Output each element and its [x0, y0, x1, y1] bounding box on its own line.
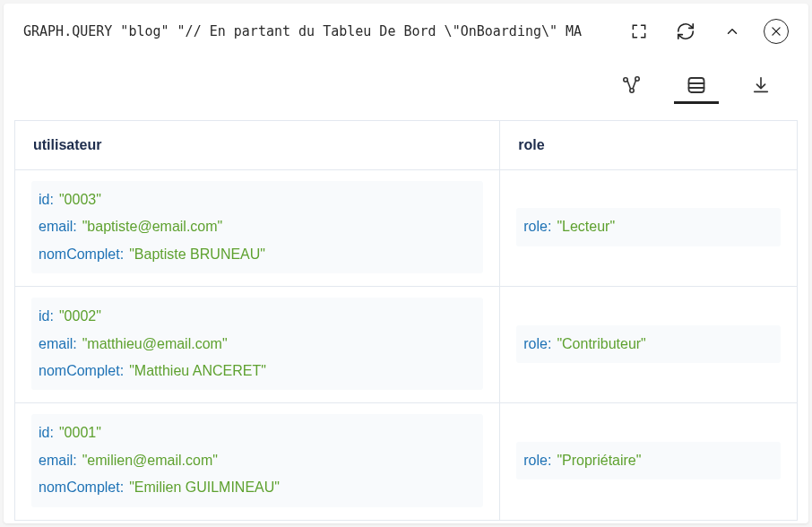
utilisateur-cell: id:"0001" email:"emilien@email.com" nomC…: [31, 414, 483, 506]
graph-view-tab[interactable]: [609, 68, 654, 104]
role-cell: role:"Propriétaire": [516, 442, 781, 479]
results-panel: GRAPH.QUERY "blog" "// En partant du Tab…: [4, 4, 808, 523]
close-icon[interactable]: [764, 19, 789, 44]
query-text: GRAPH.QUERY "blog" "// En partant du Tab…: [23, 23, 608, 39]
results-table: utilisateur role id:"0003" email:"baptis…: [14, 120, 798, 521]
table-row: id:"0002" email:"matthieu@email.com" nom…: [15, 287, 798, 403]
table-view-tab[interactable]: [674, 68, 719, 104]
topbar: GRAPH.QUERY "blog" "// En partant du Tab…: [4, 4, 808, 59]
column-header-role: role: [500, 121, 798, 170]
fullscreen-icon[interactable]: [624, 16, 654, 47]
svg-point-4: [630, 88, 634, 91]
collapse-icon[interactable]: [717, 16, 747, 47]
download-icon[interactable]: [739, 68, 783, 104]
table-row: id:"0001" email:"emilien@email.com" nomC…: [15, 403, 798, 520]
table-row: id:"0003" email:"baptiste@email.com" nom…: [15, 170, 798, 287]
column-header-utilisateur: utilisateur: [15, 121, 500, 170]
utilisateur-cell: id:"0003" email:"baptiste@email.com" nom…: [31, 181, 483, 273]
role-cell: role:"Contributeur": [516, 325, 781, 363]
role-cell: role:"Lecteur": [516, 208, 781, 246]
results-table-wrap: utilisateur role id:"0003" email:"baptis…: [4, 120, 808, 523]
svg-rect-5: [689, 78, 704, 92]
utilisateur-cell: id:"0002" email:"matthieu@email.com" nom…: [31, 298, 483, 390]
view-toolbar: [4, 59, 808, 120]
refresh-icon[interactable]: [670, 16, 701, 47]
